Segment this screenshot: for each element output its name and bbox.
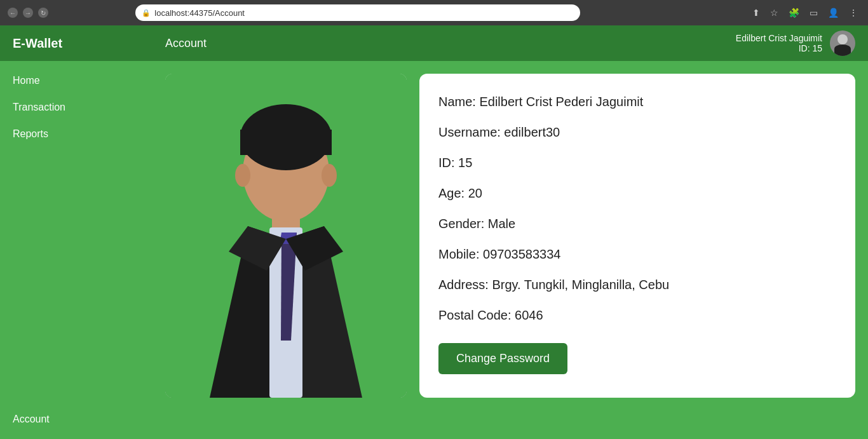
brand-name: E-Wallet <box>13 36 165 51</box>
svg-rect-4 <box>240 130 332 155</box>
profile-id: ID: 15 <box>438 154 836 172</box>
sidebar-item-account[interactable]: Account <box>0 406 153 433</box>
profile-gender: Gender: Male <box>438 215 836 233</box>
profile-name: Name: Edilbert Crist Pederi Jaguimit <box>438 93 836 111</box>
user-details: Edilbert Crist Jaguimit ID: 15 <box>736 33 822 53</box>
lock-icon: 🔒 <box>142 9 151 17</box>
profile-button[interactable]: 👤 <box>825 6 841 19</box>
profile-photo-card <box>165 74 407 398</box>
menu-button[interactable]: ⋮ <box>846 6 860 19</box>
profile-mobile: Mobile: 09703583334 <box>438 245 836 263</box>
change-password-button[interactable]: Change Password <box>438 343 567 374</box>
profile-username: Username: edilbert30 <box>438 123 836 141</box>
content-area: Name: Edilbert Crist Pederi Jaguimit Use… <box>153 61 868 439</box>
sidebar-item-home[interactable]: Home <box>0 67 153 94</box>
sidebar-nav: Home Transaction Reports <box>0 67 153 147</box>
svg-point-6 <box>322 164 337 187</box>
svg-point-5 <box>235 164 250 187</box>
profile-photo-placeholder <box>165 74 407 398</box>
sidebar: Home Transaction Reports Account <box>0 61 153 439</box>
user-name: Edilbert Crist Jaguimit <box>736 33 822 43</box>
avatar <box>830 30 855 56</box>
user-id: ID: 15 <box>736 43 822 53</box>
user-info: Edilbert Crist Jaguimit ID: 15 <box>736 30 855 56</box>
profile-postal: Postal Code: 6046 <box>438 306 836 324</box>
forward-button[interactable]: → <box>23 8 33 18</box>
bookmark-button[interactable]: ☆ <box>768 6 781 19</box>
sidebar-item-reports[interactable]: Reports <box>0 121 153 147</box>
url-text: localhost:44375/Account <box>154 8 245 18</box>
app-wrapper: E-Wallet Account Edilbert Crist Jaguimit… <box>0 25 868 439</box>
top-nav: E-Wallet Account Edilbert Crist Jaguimit… <box>0 25 868 61</box>
browser-chrome: ← → ↻ 🔒 localhost:44375/Account ⬆ ☆ 🧩 ▭ … <box>0 0 868 25</box>
page-title: Account <box>165 37 207 50</box>
browser-actions: ⬆ ☆ 🧩 ▭ 👤 ⋮ <box>750 6 860 19</box>
share-button[interactable]: ⬆ <box>750 6 763 19</box>
info-card: Name: Edilbert Crist Pederi Jaguimit Use… <box>419 74 855 398</box>
sidebar-item-transaction[interactable]: Transaction <box>0 94 153 121</box>
main-content: Home Transaction Reports Account <box>0 61 868 439</box>
layout-button[interactable]: ▭ <box>807 6 820 19</box>
profile-address: Address: Brgy. Tungkil, Minglanilla, Ceb… <box>438 276 836 294</box>
reload-button[interactable]: ↻ <box>38 8 48 18</box>
url-bar[interactable]: 🔒 localhost:44375/Account <box>135 4 580 21</box>
profile-age: Age: 20 <box>438 184 836 202</box>
profile-photo-svg <box>165 74 407 398</box>
extensions-button[interactable]: 🧩 <box>786 6 802 19</box>
back-button[interactable]: ← <box>8 8 18 18</box>
